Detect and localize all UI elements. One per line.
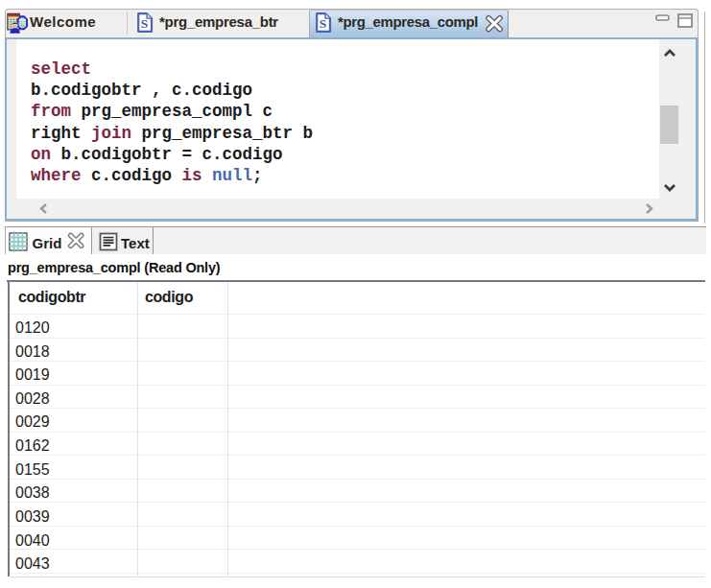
svg-text:S: S	[141, 16, 149, 31]
svg-text:S: S	[320, 16, 327, 31]
